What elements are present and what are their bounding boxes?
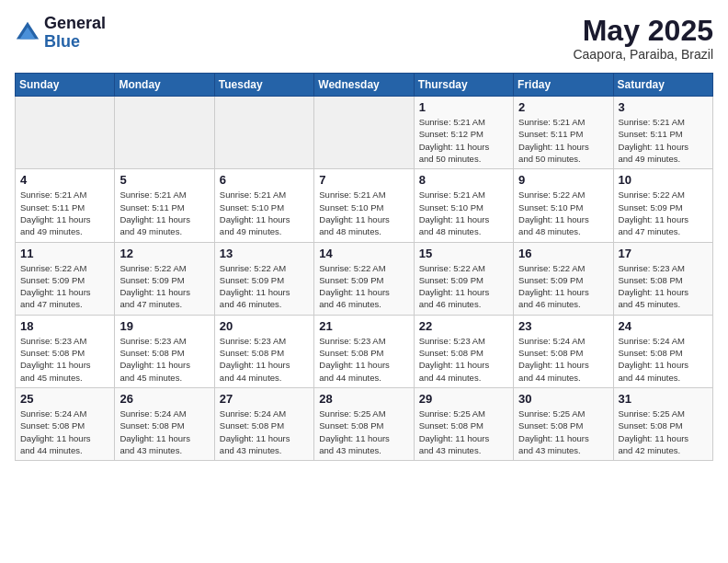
day-number: 13 (220, 247, 309, 260)
day-info: Sunrise: 5:24 AM Sunset: 5:08 PM Dayligh… (119, 408, 209, 456)
logo-icon (15, 20, 40, 46)
calendar-cell: 13Sunrise: 5:22 AM Sunset: 5:09 PM Dayli… (214, 242, 313, 315)
calendar-week-row: 18Sunrise: 5:23 AM Sunset: 5:08 PM Dayli… (16, 315, 713, 387)
weekday-header: Sunday (16, 74, 115, 97)
day-info: Sunrise: 5:21 AM Sunset: 5:10 PM Dayligh… (319, 189, 408, 237)
weekday-header: Saturday (613, 74, 712, 97)
calendar-cell: 10Sunrise: 5:22 AM Sunset: 5:09 PM Dayli… (613, 169, 712, 242)
calendar-week-row: 11Sunrise: 5:22 AM Sunset: 5:09 PM Dayli… (16, 242, 713, 315)
day-number: 12 (119, 247, 209, 260)
day-info: Sunrise: 5:23 AM Sunset: 5:08 PM Dayligh… (220, 335, 309, 384)
calendar-cell (214, 97, 313, 169)
calendar-cell: 4Sunrise: 5:21 AM Sunset: 5:11 PM Daylig… (16, 169, 115, 242)
calendar-cell: 2Sunrise: 5:21 AM Sunset: 5:11 PM Daylig… (514, 97, 613, 169)
calendar-cell: 6Sunrise: 5:21 AM Sunset: 5:10 PM Daylig… (214, 169, 313, 242)
weekday-header-row: SundayMondayTuesdayWednesdayThursdayFrid… (16, 74, 713, 97)
day-number: 10 (619, 173, 708, 187)
logo: General Blue (15, 15, 106, 52)
day-number: 21 (319, 319, 408, 333)
day-number: 11 (20, 247, 109, 260)
day-number: 6 (220, 173, 309, 187)
day-info: Sunrise: 5:22 AM Sunset: 5:09 PM Dayligh… (20, 262, 109, 311)
weekday-header: Wednesday (314, 74, 414, 97)
calendar-cell: 20Sunrise: 5:23 AM Sunset: 5:08 PM Dayli… (214, 315, 313, 387)
calendar-cell: 24Sunrise: 5:24 AM Sunset: 5:08 PM Dayli… (613, 315, 712, 387)
calendar-cell: 18Sunrise: 5:23 AM Sunset: 5:08 PM Dayli… (16, 315, 115, 387)
calendar-cell: 12Sunrise: 5:22 AM Sunset: 5:09 PM Dayli… (115, 242, 214, 315)
calendar-cell: 7Sunrise: 5:21 AM Sunset: 5:10 PM Daylig… (314, 169, 414, 242)
calendar-cell: 5Sunrise: 5:21 AM Sunset: 5:11 PM Daylig… (115, 169, 214, 242)
day-info: Sunrise: 5:23 AM Sunset: 5:08 PM Dayligh… (619, 262, 708, 311)
calendar-cell: 1Sunrise: 5:21 AM Sunset: 5:12 PM Daylig… (414, 97, 513, 169)
day-number: 24 (619, 319, 708, 333)
day-info: Sunrise: 5:22 AM Sunset: 5:10 PM Dayligh… (518, 189, 608, 237)
calendar-cell: 29Sunrise: 5:25 AM Sunset: 5:08 PM Dayli… (414, 387, 513, 460)
calendar-cell: 8Sunrise: 5:21 AM Sunset: 5:10 PM Daylig… (414, 169, 513, 242)
day-info: Sunrise: 5:23 AM Sunset: 5:08 PM Dayligh… (119, 335, 209, 384)
day-number: 4 (20, 173, 109, 187)
calendar-cell: 17Sunrise: 5:23 AM Sunset: 5:08 PM Dayli… (613, 242, 712, 315)
day-info: Sunrise: 5:22 AM Sunset: 5:09 PM Dayligh… (619, 189, 708, 237)
day-number: 15 (419, 247, 508, 260)
location: Caapora, Paraiba, Brazil (573, 47, 713, 62)
day-number: 19 (119, 319, 209, 333)
day-number: 9 (518, 173, 608, 187)
calendar-cell: 11Sunrise: 5:22 AM Sunset: 5:09 PM Dayli… (16, 242, 115, 315)
day-info: Sunrise: 5:22 AM Sunset: 5:09 PM Dayligh… (518, 262, 608, 311)
day-number: 28 (319, 392, 408, 406)
day-number: 29 (419, 392, 508, 406)
day-info: Sunrise: 5:21 AM Sunset: 5:11 PM Dayligh… (619, 116, 708, 165)
day-number: 25 (20, 392, 109, 406)
day-number: 7 (319, 173, 408, 187)
day-info: Sunrise: 5:22 AM Sunset: 5:09 PM Dayligh… (319, 262, 408, 311)
day-info: Sunrise: 5:25 AM Sunset: 5:08 PM Dayligh… (518, 408, 608, 456)
calendar-table: SundayMondayTuesdayWednesdayThursdayFrid… (15, 73, 713, 461)
day-info: Sunrise: 5:21 AM Sunset: 5:11 PM Dayligh… (119, 189, 209, 237)
day-info: Sunrise: 5:21 AM Sunset: 5:11 PM Dayligh… (518, 116, 608, 165)
day-number: 14 (319, 247, 408, 260)
day-info: Sunrise: 5:23 AM Sunset: 5:08 PM Dayligh… (20, 335, 109, 384)
day-info: Sunrise: 5:25 AM Sunset: 5:08 PM Dayligh… (319, 408, 408, 456)
calendar-cell: 26Sunrise: 5:24 AM Sunset: 5:08 PM Dayli… (115, 387, 214, 460)
day-number: 20 (220, 319, 309, 333)
day-info: Sunrise: 5:24 AM Sunset: 5:08 PM Dayligh… (220, 408, 309, 456)
calendar-week-row: 4Sunrise: 5:21 AM Sunset: 5:11 PM Daylig… (16, 169, 713, 242)
calendar-cell: 22Sunrise: 5:23 AM Sunset: 5:08 PM Dayli… (414, 315, 513, 387)
day-info: Sunrise: 5:21 AM Sunset: 5:10 PM Dayligh… (419, 189, 508, 237)
calendar-cell: 16Sunrise: 5:22 AM Sunset: 5:09 PM Dayli… (514, 242, 613, 315)
calendar-cell: 27Sunrise: 5:24 AM Sunset: 5:08 PM Dayli… (214, 387, 313, 460)
weekday-header: Monday (115, 74, 214, 97)
day-number: 5 (119, 173, 209, 187)
day-number: 17 (619, 247, 708, 260)
day-number: 3 (619, 100, 708, 114)
calendar-cell: 15Sunrise: 5:22 AM Sunset: 5:09 PM Dayli… (414, 242, 513, 315)
calendar-cell (314, 97, 414, 169)
day-info: Sunrise: 5:25 AM Sunset: 5:08 PM Dayligh… (619, 408, 708, 456)
calendar-cell: 25Sunrise: 5:24 AM Sunset: 5:08 PM Dayli… (16, 387, 115, 460)
day-number: 27 (220, 392, 309, 406)
calendar-cell: 14Sunrise: 5:22 AM Sunset: 5:09 PM Dayli… (314, 242, 414, 315)
calendar-cell: 3Sunrise: 5:21 AM Sunset: 5:11 PM Daylig… (613, 97, 712, 169)
day-number: 2 (518, 100, 608, 114)
day-number: 1 (419, 100, 508, 114)
day-number: 23 (518, 319, 608, 333)
day-info: Sunrise: 5:23 AM Sunset: 5:08 PM Dayligh… (419, 335, 508, 384)
calendar-cell: 19Sunrise: 5:23 AM Sunset: 5:08 PM Dayli… (115, 315, 214, 387)
day-number: 8 (419, 173, 508, 187)
day-info: Sunrise: 5:24 AM Sunset: 5:08 PM Dayligh… (20, 408, 109, 456)
title-block: May 2025 Caapora, Paraiba, Brazil (573, 15, 713, 62)
day-info: Sunrise: 5:24 AM Sunset: 5:08 PM Dayligh… (619, 335, 708, 384)
day-info: Sunrise: 5:25 AM Sunset: 5:08 PM Dayligh… (419, 408, 508, 456)
day-number: 26 (119, 392, 209, 406)
day-info: Sunrise: 5:21 AM Sunset: 5:11 PM Dayligh… (20, 189, 109, 237)
day-info: Sunrise: 5:21 AM Sunset: 5:10 PM Dayligh… (220, 189, 309, 237)
calendar-week-row: 1Sunrise: 5:21 AM Sunset: 5:12 PM Daylig… (16, 97, 713, 169)
day-info: Sunrise: 5:24 AM Sunset: 5:08 PM Dayligh… (518, 335, 608, 384)
calendar-cell (115, 97, 214, 169)
day-info: Sunrise: 5:21 AM Sunset: 5:12 PM Dayligh… (419, 116, 508, 165)
calendar-cell: 23Sunrise: 5:24 AM Sunset: 5:08 PM Dayli… (514, 315, 613, 387)
calendar-cell: 21Sunrise: 5:23 AM Sunset: 5:08 PM Dayli… (314, 315, 414, 387)
calendar-cell: 30Sunrise: 5:25 AM Sunset: 5:08 PM Dayli… (514, 387, 613, 460)
day-number: 30 (518, 392, 608, 406)
weekday-header: Tuesday (214, 74, 313, 97)
